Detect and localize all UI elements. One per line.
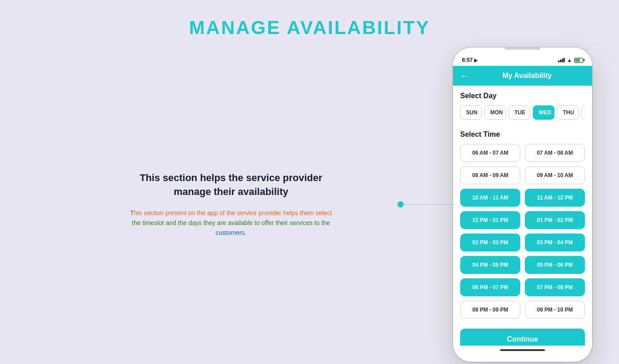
time-slot-4[interactable]: 10 AM - 11 AM — [460, 189, 520, 207]
time-slot-13[interactable]: 07 PM - 08 PM — [525, 278, 585, 296]
time-display: 6:57 — [462, 57, 473, 63]
time-grid: 06 AM - 07 AM 07 AM - 08 AM 08 AM - 09 A… — [460, 144, 585, 319]
sub-description: This section present on the app of the s… — [128, 208, 334, 238]
day-selector: SUN MON TUE WED THU FRI — [460, 105, 585, 121]
day-thu[interactable]: THU — [557, 105, 579, 120]
status-bar: 6:57 ▶ ▲ — [453, 52, 592, 66]
continue-button[interactable]: Continue — [460, 329, 585, 346]
time-slot-9[interactable]: 03 PM - 04 PM — [525, 234, 585, 251]
back-button[interactable]: ← — [460, 71, 469, 80]
main-description: This section helps the service provider … — [123, 171, 339, 199]
time-slot-10[interactable]: 04 PM - 05 PM — [460, 256, 520, 274]
notch-area — [453, 48, 592, 52]
left-section: This section helps the service provider … — [27, 171, 453, 238]
time-slot-12[interactable]: 06 PM - 07 PM — [460, 278, 520, 296]
day-mon[interactable]: MON — [484, 105, 506, 120]
connector-dot — [397, 201, 404, 208]
battery-icon — [574, 58, 583, 63]
time-slot-14[interactable]: 08 PM - 09 PM — [460, 301, 520, 319]
day-sun[interactable]: SUN — [460, 105, 482, 120]
time-slot-6[interactable]: 12 PM - 01 PM — [460, 211, 520, 229]
day-fri[interactable]: FRI — [581, 105, 585, 120]
time-slot-3[interactable]: 09 AM - 10 AM — [525, 166, 585, 184]
status-right: ▲ — [558, 57, 583, 63]
day-tue[interactable]: TUE — [509, 105, 530, 120]
time-slot-7[interactable]: 01 PM - 02 PM — [525, 211, 585, 229]
app-content: Select Day SUN MON TUE WED THU FRI Selec… — [453, 86, 592, 346]
content-area: This section helps the service provider … — [0, 39, 619, 364]
time-slot-8[interactable]: 02 PM - 03 PM — [460, 234, 520, 251]
battery-fill — [575, 59, 580, 62]
app-header-title: My Availability — [469, 72, 585, 80]
connector-line — [404, 204, 458, 205]
wifi-icon: ▲ — [567, 57, 572, 63]
home-bar — [500, 349, 545, 351]
page-title: MANAGE AVAILABILITY — [189, 17, 430, 39]
day-wed[interactable]: WED — [533, 105, 554, 120]
time-slot-11[interactable]: 05 PM - 06 PM — [525, 256, 585, 274]
signal-icon — [558, 58, 565, 62]
time-slot-0[interactable]: 06 AM - 07 AM — [460, 144, 520, 162]
time-slot-2[interactable]: 08 AM - 09 AM — [460, 166, 520, 184]
notch — [505, 48, 541, 50]
time-slot-1[interactable]: 07 AM - 08 AM — [525, 144, 585, 162]
time-slot-5[interactable]: 11 AM - 12 PM — [525, 189, 585, 207]
time-slot-15[interactable]: 09 PM - 10 PM — [525, 301, 585, 319]
location-icon: ▶ — [474, 58, 478, 63]
phone-mockup: 6:57 ▶ ▲ ← My Availability — [453, 48, 592, 362]
app-header: ← My Availability — [453, 66, 592, 86]
home-indicator — [453, 346, 592, 353]
status-time: 6:57 ▶ — [462, 57, 478, 63]
connector — [397, 201, 458, 208]
phone-shell: 6:57 ▶ ▲ ← My Availability — [453, 48, 592, 362]
select-time-label: Select Time — [460, 130, 585, 139]
select-day-label: Select Day — [460, 92, 585, 100]
